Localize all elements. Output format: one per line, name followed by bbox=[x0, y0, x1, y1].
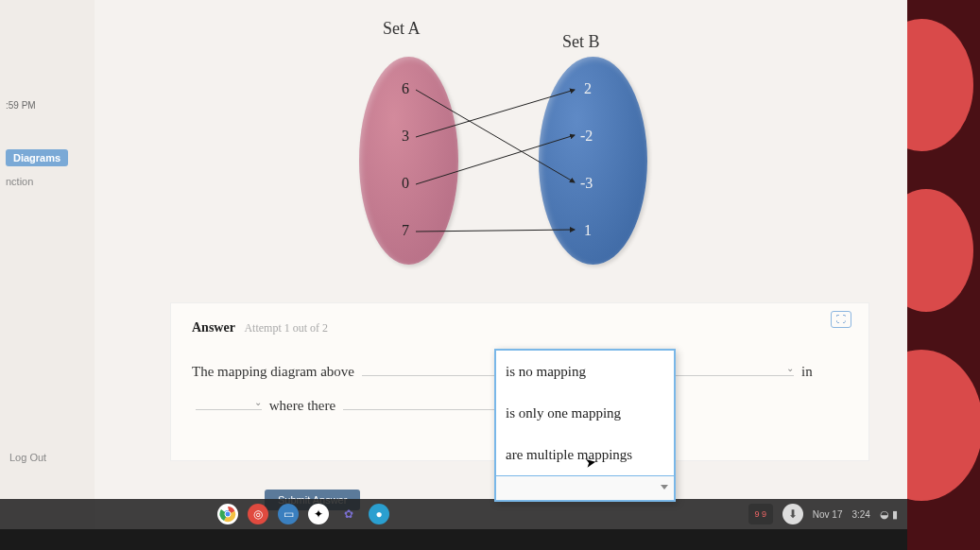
dropdown-option[interactable]: is only one mapping bbox=[496, 392, 674, 434]
app-icon[interactable]: ● bbox=[369, 504, 389, 524]
sentence-text: The mapping diagram above bbox=[192, 364, 354, 379]
wifi-icon[interactable]: ◒ ▮ bbox=[880, 508, 898, 521]
dropdown-slot-3[interactable]: ⌄ bbox=[196, 391, 262, 410]
dropdown-slot-1[interactable] bbox=[362, 357, 494, 376]
answer-title: Answer bbox=[192, 320, 235, 335]
expand-icon[interactable]: ⛶ bbox=[831, 311, 851, 328]
mapping-diagram: Set A Set B 6 3 0 7 2 -2 -3 1 bbox=[142, 0, 860, 293]
app-icon[interactable]: ◎ bbox=[248, 504, 268, 524]
sidebar: :59 PM Diagrams nction Log Out bbox=[0, 0, 95, 529]
main-content: Set A Set B 6 3 0 7 2 -2 -3 1 bbox=[95, 0, 907, 529]
set-a-value: 3 bbox=[402, 128, 409, 145]
logout-link[interactable]: Log Out bbox=[9, 452, 46, 463]
sidebar-link-function[interactable]: nction bbox=[6, 176, 89, 187]
dropdown-option[interactable]: is no mapping bbox=[496, 351, 674, 392]
taskbar-time: 3:24 bbox=[851, 509, 869, 520]
dropdown-input-row[interactable] bbox=[496, 475, 674, 500]
background-curtain bbox=[907, 0, 980, 550]
set-b-value: -3 bbox=[580, 175, 593, 192]
set-b-value: 1 bbox=[584, 222, 592, 239]
teams-icon[interactable]: ✿ bbox=[338, 504, 359, 524]
sentence-text: where there bbox=[269, 398, 335, 413]
set-a-value: 0 bbox=[402, 175, 409, 192]
set-a-value: 7 bbox=[402, 222, 409, 239]
status-icon[interactable]: ⬇ bbox=[782, 504, 803, 524]
set-b-value: 2 bbox=[584, 80, 592, 97]
set-b-value: -2 bbox=[580, 128, 593, 145]
taskbar: ◎ ▭ ✦ ✿ ● 9 9 ⬇ Nov 17 3:24 ◒ ▮ bbox=[0, 499, 907, 529]
due-time: :59 PM bbox=[6, 100, 89, 111]
notification-badge[interactable]: 9 9 bbox=[748, 504, 773, 524]
answer-panel: ⛶ Answer Attempt 1 out of 2 The mapping … bbox=[170, 302, 869, 461]
answer-sentence: The mapping diagram above n since ⌄ in ⌄… bbox=[192, 354, 848, 422]
set-b-label: Set B bbox=[562, 32, 600, 52]
chrome-icon[interactable] bbox=[217, 504, 238, 524]
attempt-count: Attempt 1 out of 2 bbox=[244, 321, 328, 335]
dropdown-slot-2[interactable]: ⌄ bbox=[662, 357, 794, 376]
set-b-oval bbox=[539, 57, 647, 265]
chevron-down-icon: ⌄ bbox=[254, 391, 262, 414]
set-a-value: 6 bbox=[402, 80, 409, 97]
set-a-label: Set A bbox=[383, 19, 421, 39]
dropdown-slot-4[interactable]: ⌄ bbox=[343, 391, 513, 410]
taskbar-date: Nov 17 bbox=[813, 509, 843, 520]
app-icon[interactable]: ✦ bbox=[308, 504, 329, 524]
mapping-arrows bbox=[142, 0, 860, 293]
sentence-text: in bbox=[801, 364, 813, 379]
app-screen: :59 PM Diagrams nction Log Out Set A Set… bbox=[0, 0, 907, 529]
answer-header: Answer Attempt 1 out of 2 bbox=[192, 320, 848, 335]
svg-point-6 bbox=[225, 511, 231, 517]
messages-icon[interactable]: ▭ bbox=[278, 504, 299, 524]
dropdown-menu-open: is no mapping is only one mapping are mu… bbox=[494, 349, 676, 502]
sidebar-tab-diagrams[interactable]: Diagrams bbox=[6, 149, 68, 166]
chevron-down-icon: ⌄ bbox=[786, 357, 794, 380]
